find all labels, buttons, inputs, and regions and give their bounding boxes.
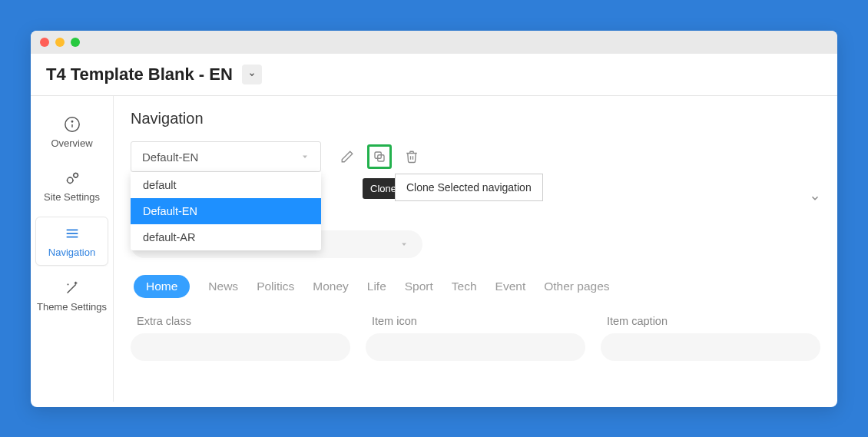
tab-news[interactable]: News xyxy=(208,280,238,293)
sidebar-item-label: Theme Settings xyxy=(37,301,107,313)
toolbar-icons: Clone Clone Selected navigation xyxy=(335,144,424,169)
tab-sport[interactable]: Sport xyxy=(405,280,433,293)
edit-button[interactable] xyxy=(335,144,359,169)
trash-icon xyxy=(405,150,419,164)
copy-icon xyxy=(373,150,386,164)
tab-money[interactable]: Money xyxy=(313,280,349,293)
gears-icon xyxy=(64,170,81,187)
menu-icon xyxy=(64,225,81,242)
extra-class-input[interactable] xyxy=(131,333,350,361)
close-window-button[interactable] xyxy=(40,38,49,47)
field-item-icon: Item icon xyxy=(366,315,585,361)
field-item-caption-label: Item caption xyxy=(601,315,820,327)
tab-other-pages[interactable]: Other pages xyxy=(544,280,609,293)
navigation-option-default-en[interactable]: Default-EN xyxy=(131,198,321,224)
field-item-icon-label: Item icon xyxy=(366,315,585,327)
app-window: T4 Template Blank - EN Overview Site Set… xyxy=(31,31,837,407)
navigation-select-dropdown: default Default-EN default-AR xyxy=(131,172,321,250)
sidebar-item-theme-settings[interactable]: Theme Settings xyxy=(35,272,108,319)
item-caption-input[interactable] xyxy=(601,333,820,361)
svg-marker-8 xyxy=(303,156,307,159)
tab-event[interactable]: Event xyxy=(495,280,526,293)
chevron-down-icon xyxy=(810,193,820,204)
navigation-select-value: Default-EN xyxy=(142,151,198,164)
navigation-select[interactable]: Default-EN xyxy=(131,141,321,172)
pencil-icon xyxy=(340,150,354,164)
svg-point-2 xyxy=(71,121,72,122)
svg-point-3 xyxy=(67,177,72,183)
navigation-option-default[interactable]: default xyxy=(131,172,321,198)
sidebar-item-label: Navigation xyxy=(48,247,95,259)
delete-button[interactable] xyxy=(399,144,424,169)
expand-panel-toggle[interactable] xyxy=(810,193,820,207)
page-header-title: T4 Template Blank - EN xyxy=(46,65,233,84)
clone-tooltip: Clone Selected navigation xyxy=(395,174,543,201)
toolbar-row: Default-EN default Default-EN default-AR xyxy=(131,141,820,172)
magic-wand-icon xyxy=(64,280,81,296)
content-area: Navigation Default-EN default Default-EN… xyxy=(114,96,837,402)
field-extra-class-label: Extra class xyxy=(131,315,350,327)
info-icon xyxy=(64,116,81,133)
sidebar-item-site-settings[interactable]: Site Settings xyxy=(35,162,108,210)
navigation-select-wrap: Default-EN default Default-EN default-AR xyxy=(131,141,321,172)
svg-marker-11 xyxy=(402,243,406,247)
tab-life[interactable]: Life xyxy=(367,280,386,293)
item-icon-input[interactable] xyxy=(366,333,585,361)
caret-down-icon xyxy=(399,240,409,249)
tab-tech[interactable]: Tech xyxy=(452,280,477,293)
svg-point-4 xyxy=(73,174,78,178)
field-extra-class: Extra class xyxy=(131,315,350,361)
body: Overview Site Settings Navigation Theme … xyxy=(31,96,837,402)
page-title: Navigation xyxy=(131,110,820,127)
sidebar-item-navigation[interactable]: Navigation xyxy=(35,217,108,266)
minimize-window-button[interactable] xyxy=(55,38,65,47)
tab-home[interactable]: Home xyxy=(134,275,190,298)
sidebar-item-overview[interactable]: Overview xyxy=(35,108,108,156)
menu-tabs: Home News Politics Money Life Sport Tech… xyxy=(131,275,820,298)
sidebar-item-label: Overview xyxy=(51,137,92,150)
header: T4 Template Blank - EN xyxy=(31,54,837,96)
maximize-window-button[interactable] xyxy=(71,38,80,47)
navigation-option-default-ar[interactable]: default-AR xyxy=(131,224,321,250)
item-fields: Extra class Item icon Item caption xyxy=(131,315,820,361)
header-dropdown-toggle[interactable] xyxy=(242,65,262,84)
clone-button[interactable] xyxy=(367,144,392,169)
field-item-caption: Item caption xyxy=(601,315,820,361)
caret-down-icon xyxy=(300,152,310,161)
tab-politics[interactable]: Politics xyxy=(257,280,294,293)
chevron-down-icon xyxy=(248,71,256,78)
sidebar: Overview Site Settings Navigation Theme … xyxy=(31,96,114,402)
window-titlebar xyxy=(31,31,837,54)
sidebar-item-label: Site Settings xyxy=(44,191,100,204)
